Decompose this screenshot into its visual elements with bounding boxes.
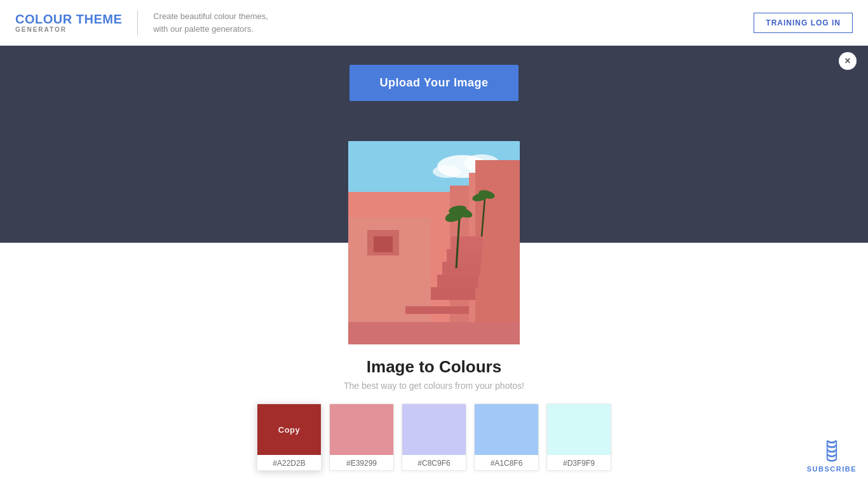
logo-title: COLOUR THEME xyxy=(15,12,122,26)
svg-rect-15 xyxy=(374,236,393,252)
header-divider xyxy=(137,10,138,36)
swatch-hex: #A22D2B xyxy=(270,455,308,470)
svg-rect-7 xyxy=(475,160,520,344)
upload-image-button[interactable]: Upload Your Image xyxy=(349,65,519,101)
svg-rect-13 xyxy=(451,236,483,250)
swatch-card[interactable]: #E39299 xyxy=(329,403,394,471)
swatches-row: Copy#A22D2B#E39299#C8C9F6#A1C8F6#D3F9F9 xyxy=(257,403,611,471)
dna-icon xyxy=(820,438,843,464)
svg-rect-9 xyxy=(431,287,475,300)
swatch-card[interactable]: #D3F9F9 xyxy=(546,403,611,471)
training-login-button[interactable]: TRAINING LOG IN xyxy=(754,13,853,33)
swatch-hex: #C8C9F6 xyxy=(415,455,452,470)
title-section: Image to Colours The best way to get col… xyxy=(344,357,524,391)
main-subtitle: The best way to get colours from your ph… xyxy=(344,381,524,391)
main-content: Image to Colours The best way to get col… xyxy=(0,243,868,488)
svg-rect-10 xyxy=(437,274,478,288)
header-left: COLOUR THEME GENERATOR Create beautiful … xyxy=(15,10,268,36)
svg-point-3 xyxy=(433,165,461,178)
swatch-card[interactable]: #A1C8F6 xyxy=(474,403,539,471)
copy-label: Copy xyxy=(278,425,301,435)
logo-theme: THEME xyxy=(76,12,123,26)
header-tagline: Create beautiful colour themes, with our… xyxy=(153,10,268,35)
swatch-hex: #D3F9F9 xyxy=(560,455,597,470)
swatch-color xyxy=(547,404,611,455)
swatch-color xyxy=(402,404,466,455)
logo: COLOUR THEME GENERATOR xyxy=(15,12,122,33)
subscribe-widget[interactable]: SUBSCRIBE xyxy=(807,438,857,473)
subscribe-label: SUBSCRIBE xyxy=(807,465,857,473)
header: COLOUR THEME GENERATOR Create beautiful … xyxy=(0,0,868,46)
main-title: Image to Colours xyxy=(344,357,524,377)
swatch-hex: #E39299 xyxy=(344,455,379,470)
swatch-card[interactable]: Copy#A22D2B xyxy=(257,403,322,471)
swatch-color xyxy=(475,404,538,455)
swatch-card[interactable]: #C8C9F6 xyxy=(402,403,466,471)
swatch-color: Copy xyxy=(257,404,321,455)
close-button[interactable]: × xyxy=(839,52,857,70)
logo-colour: COLOUR xyxy=(15,12,72,26)
svg-rect-23 xyxy=(405,306,469,314)
swatch-hex: #A1C8F6 xyxy=(488,455,526,470)
svg-rect-12 xyxy=(447,249,482,263)
uploaded-image xyxy=(348,141,520,344)
svg-rect-24 xyxy=(348,322,520,344)
swatch-color xyxy=(330,404,393,455)
logo-sub: GENERATOR xyxy=(15,26,122,33)
image-container xyxy=(348,141,520,344)
svg-rect-11 xyxy=(442,262,480,276)
